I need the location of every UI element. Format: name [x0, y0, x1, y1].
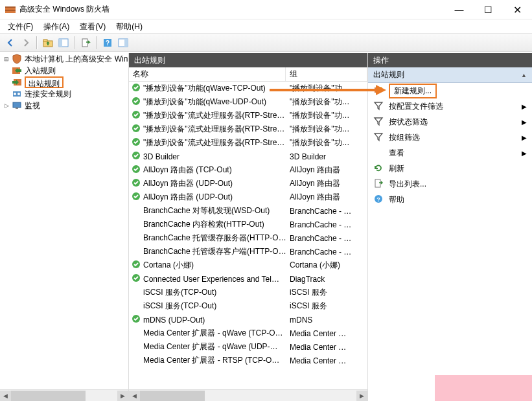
expander-icon[interactable]: ⊟ [1, 56, 12, 62]
firewall-shield-icon [12, 54, 22, 64]
tree-item-label: 监视 [25, 100, 40, 111]
tree-item-inbound[interactable]: 入站规则 [0, 65, 128, 76]
menu-action[interactable]: 操作(A) [38, 20, 75, 33]
rule-row[interactable]: "播放到设备"功能(qWave-UDP-Out)"播放到设备"功… [129, 95, 367, 109]
tree-scrollbar[interactable]: ◀ ▶ [0, 389, 128, 401]
up-button[interactable] [41, 36, 55, 50]
rule-row[interactable]: iSCSI 服务(TCP-Out)iSCSI 服务 [129, 286, 367, 299]
enabled-check-icon [132, 273, 141, 284]
rule-row[interactable]: Media Center 扩展器 - qWave (UDP-…Media Cen… [129, 340, 367, 354]
rule-row[interactable]: AllJoyn 路由器 (TCP-Out)AllJoyn 路由器 [129, 163, 367, 177]
column-name[interactable]: 名称 [129, 67, 286, 81]
rule-row[interactable]: Media Center 扩展器 - RTSP (TCP-O…Media Cen… [129, 354, 367, 367]
action-item[interactable]: 按组筛选▶ [368, 130, 532, 145]
menu-file[interactable]: 文件(F) [3, 20, 38, 33]
close-button[interactable]: ✕ [503, 0, 532, 19]
rules-list[interactable]: "播放到设备"功能(qWave-TCP-Out)"播放到设备"功…"播放到设备"… [129, 82, 367, 389]
rules-scrollbar[interactable]: ◀ ▶ [129, 389, 367, 401]
rule-row[interactable]: "播放到设备"流式处理服务器(RTP-Stre…"播放到设备"功… [129, 109, 367, 122]
rule-name-cell: Connected User Experiences and Tel… [129, 273, 286, 284]
enabled-check-icon [132, 165, 141, 176]
svg-rect-2 [5, 10, 16, 11]
maximize-button[interactable]: ☐ [474, 0, 503, 19]
submenu-arrow-icon: ▶ [522, 134, 527, 141]
rule-name: "播放到设备"流式处理服务器(RTP-Stre… [143, 110, 284, 121]
forward-button[interactable] [19, 36, 33, 50]
action-item[interactable]: 按配置文件筛选▶ [368, 98, 532, 114]
column-group[interactable]: 组 [286, 67, 367, 81]
rule-name-cell: BranchCache 对等机发现(WSD-Out) [129, 205, 286, 216]
rule-row[interactable]: BranchCache 对等机发现(WSD-Out)BranchCache - … [129, 204, 367, 218]
rule-group-cell: iSCSI 服务 [286, 287, 367, 298]
rule-row[interactable]: 3D Builder3D Builder [129, 150, 367, 163]
action-item[interactable]: 导出列表... [368, 176, 532, 192]
tree-item-outbound[interactable]: 出站规则 [0, 76, 128, 88]
rule-name: BranchCache 内容检索(HTTP-Out) [143, 219, 264, 230]
rule-name-cell: "播放到设备"功能(qWave-TCP-Out) [129, 83, 286, 94]
rule-row[interactable]: Media Center 扩展器 - qWave (TCP-O…Media Ce… [129, 327, 367, 340]
action-item[interactable]: 查看▶ [368, 145, 532, 161]
back-button[interactable] [3, 36, 17, 50]
scroll-thumb[interactable] [140, 391, 205, 401]
rule-name-cell: AllJoyn 路由器 (UDP-Out) [129, 178, 286, 189]
rule-group-cell: Media Center … [286, 343, 367, 352]
action-item[interactable]: 刷新 [368, 161, 532, 176]
scroll-right-button[interactable]: ▶ [356, 391, 367, 401]
rule-row[interactable]: "播放到设备"流式处理服务器(RTP-Stre…"播放到设备"功… [129, 122, 367, 136]
rule-name-cell: mDNS (UDP-Out) [129, 314, 286, 325]
svg-rect-11 [124, 39, 128, 47]
rule-name-cell: Media Center 扩展器 - qWave (TCP-O… [129, 328, 286, 339]
column-headers: 名称 组 [129, 67, 367, 82]
action-item[interactable]: 按状态筛选▶ [368, 114, 532, 130]
rule-row[interactable]: BranchCache 托管缓存客户端(HTTP-O…BranchCache -… [129, 245, 367, 258]
tree-root[interactable]: ⊟ 本地计算机 上的高级安全 Win [0, 53, 128, 65]
action-item[interactable]: 新建规则... [368, 83, 532, 98]
rule-row[interactable]: Cortana (小娜)Cortana (小娜) [129, 258, 367, 272]
watermark [435, 375, 532, 401]
tree-item-monitoring[interactable]: ▷ 监视 [0, 100, 128, 111]
rule-name: Media Center 扩展器 - RTSP (TCP-O… [143, 355, 279, 366]
help-button[interactable]: ? [100, 36, 115, 50]
rule-row[interactable]: iSCSI 服务(TCP-Out)iSCSI 服务 [129, 299, 367, 313]
show-hide-tree-button[interactable] [56, 36, 71, 50]
svg-rect-7 [82, 39, 87, 47]
tree-item-label: 连接安全规则 [25, 89, 71, 100]
enabled-check-icon [132, 178, 141, 189]
scroll-left-button[interactable]: ◀ [0, 391, 11, 401]
rules-header-text: 出站规则 [134, 55, 165, 66]
filter-icon [373, 132, 384, 144]
rule-row[interactable]: AllJoyn 路由器 (UDP-Out)AllJoyn 路由器 [129, 177, 367, 190]
menu-help[interactable]: 帮助(H) [111, 20, 148, 33]
rule-row[interactable]: BranchCache 内容检索(HTTP-Out)BranchCache - … [129, 218, 367, 231]
svg-rect-1 [5, 6, 16, 8]
scroll-left-button[interactable]: ◀ [129, 391, 140, 401]
scroll-right-button[interactable]: ▶ [117, 391, 128, 401]
rule-name: Cortana (小娜) [143, 260, 194, 271]
show-hide-action-button[interactable] [116, 36, 130, 50]
rule-name-cell: AllJoyn 路由器 (TCP-Out) [129, 165, 286, 176]
enabled-check-icon [132, 110, 141, 121]
export-button[interactable] [78, 36, 93, 50]
svg-rect-18 [16, 108, 18, 109]
scroll-thumb[interactable] [11, 391, 86, 401]
filter-icon [373, 100, 384, 113]
menu-view[interactable]: 查看(V) [75, 20, 111, 33]
rule-row[interactable]: mDNS (UDP-Out)mDNS [129, 313, 367, 327]
action-item[interactable]: ?帮助 [368, 192, 532, 207]
rule-group-cell: BranchCache - … [286, 220, 367, 229]
rule-row[interactable]: AllJoyn 路由器 (UDP-Out)AllJoyn 路由器 [129, 190, 367, 204]
rule-row[interactable]: Connected User Experiences and Tel…DiagT… [129, 272, 367, 286]
rule-row[interactable]: BranchCache 托管缓存服务器(HTTP-O…BranchCache -… [129, 231, 367, 245]
enabled-check-icon [132, 137, 141, 148]
rule-name: BranchCache 托管缓存客户端(HTTP-O… [143, 246, 286, 257]
action-label: 帮助 [389, 194, 404, 205]
minimize-button[interactable]: — [445, 0, 474, 19]
rule-name: Media Center 扩展器 - qWave (UDP-… [143, 341, 278, 352]
rule-name-cell: "播放到设备"功能(qWave-UDP-Out) [129, 97, 286, 108]
rule-group-cell: Media Center … [286, 356, 367, 365]
actions-section[interactable]: 出站规则 ▲ [368, 67, 532, 83]
rule-row[interactable]: "播放到设备"流式处理服务器(RTP-Stre…"播放到设备"功… [129, 136, 367, 150]
expander-icon[interactable]: ▷ [1, 102, 12, 109]
action-label: 新建规则... [389, 84, 437, 98]
tree-item-connection-security[interactable]: 连接安全规则 [0, 88, 128, 100]
